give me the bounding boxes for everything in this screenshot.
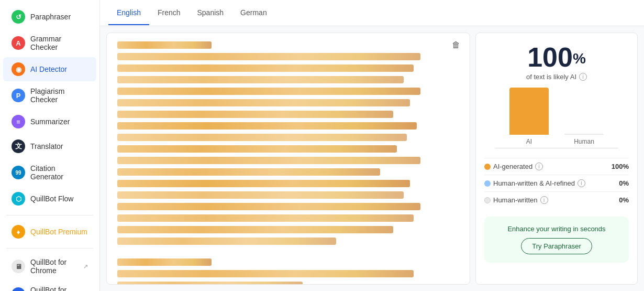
stat-row-human: Human-written i 0% (484, 191, 629, 208)
human-ai-dot (484, 180, 491, 187)
stat-label-ai: AI-generated (493, 163, 532, 170)
sidebar-divider-1 (6, 215, 93, 215)
summarizer-icon: ≡ (12, 115, 25, 128)
sidebar-item-grammar[interactable]: A Grammar Checker (3, 29, 96, 57)
delete-button[interactable]: 🗑 (449, 38, 463, 52)
text-line (117, 180, 410, 187)
text-line (117, 203, 420, 210)
text-line (117, 270, 414, 277)
text-line (117, 282, 303, 284)
tabs-bar: English French Spanish German (100, 0, 644, 26)
stat-row-human-ai: Human-written & AI-refined i 0% (484, 175, 629, 191)
percentage-symbol: % (573, 50, 586, 67)
sidebar-label-word: QuillBot for Word (30, 286, 78, 291)
chrome-icon: 🖥 (12, 260, 25, 273)
text-line (117, 258, 212, 266)
human-bar-label: Human (574, 138, 594, 145)
editor-toolbar: 🗑 (449, 38, 463, 52)
paraphraser-icon: ↺ (12, 10, 25, 24)
ai-bar-column: AI (509, 88, 549, 145)
content-area: 🗑 (100, 26, 644, 291)
human-bar (564, 134, 604, 135)
text-line (117, 134, 407, 141)
premium-icon: ♦ (12, 225, 25, 239)
stat-row-ai: AI-generated i 100% (484, 158, 629, 175)
sidebar: ↺ Paraphraser A Grammar Checker ◉ AI Det… (0, 0, 100, 291)
stat-label-human-ai: Human-written & AI-refined (493, 179, 575, 187)
translator-icon: 文 (12, 139, 25, 153)
chart-baseline (495, 148, 618, 148)
text-line (117, 122, 417, 130)
text-line (117, 238, 336, 245)
text-line (117, 214, 414, 222)
human-bar-column: Human (564, 134, 604, 145)
sidebar-nav: ↺ Paraphraser A Grammar Checker ◉ AI Det… (0, 0, 99, 291)
sidebar-label-citation: Citation Generator (30, 164, 88, 181)
tab-english[interactable]: English (108, 1, 149, 25)
text-line (117, 111, 393, 118)
sidebar-label-flow: QuillBot Flow (30, 195, 73, 203)
text-line (117, 226, 393, 233)
sidebar-item-premium[interactable]: ♦ QuillBot Premium (3, 220, 96, 244)
text-line (117, 157, 420, 164)
results-panel: 100% of text is likely AI i AI Human (475, 33, 638, 285)
grammar-icon: A (12, 36, 25, 50)
flow-icon: ⬡ (12, 192, 25, 206)
sidebar-item-translator[interactable]: 文 Translator (3, 134, 96, 158)
sidebar-item-plagiarism[interactable]: P Plagiarism Checker (3, 82, 96, 109)
tab-spanish[interactable]: Spanish (189, 1, 232, 25)
ai-detector-icon: ◉ (12, 62, 25, 76)
citation-icon: 99 (12, 166, 25, 179)
text-line (117, 76, 404, 83)
text-line (117, 99, 410, 106)
ai-dot (484, 164, 491, 170)
stat-value-human: 0% (619, 196, 629, 204)
external-link-icon: ↗ (83, 263, 88, 270)
sidebar-item-word[interactable]: W QuillBot for Word ↗ (3, 281, 96, 291)
percentage-label: of text is likely AI i (484, 73, 629, 81)
bar-chart: AI Human (484, 85, 629, 148)
tab-german[interactable]: German (232, 1, 275, 25)
sidebar-label-grammar: Grammar Checker (30, 35, 88, 51)
sidebar-label-summarizer: Summarizer (30, 117, 70, 126)
info-icon-main[interactable]: i (579, 73, 587, 81)
percentage-display: 100% of text is likely AI i (484, 44, 629, 81)
text-line (117, 191, 404, 199)
text-line (117, 168, 380, 176)
editor-panel: 🗑 (106, 33, 470, 285)
info-icon-human-ai[interactable]: i (578, 179, 585, 187)
text-gap (117, 249, 454, 258)
stat-value-ai: 100% (612, 163, 629, 170)
ai-bar (509, 88, 549, 135)
sidebar-label-ai-detector: AI Detector (30, 65, 67, 73)
info-icon-ai[interactable]: i (535, 163, 543, 170)
text-line (117, 88, 420, 95)
sidebar-label-translator: Translator (30, 142, 63, 150)
human-dot (484, 197, 491, 203)
tab-french[interactable]: French (149, 1, 189, 25)
info-icon-human[interactable]: i (540, 196, 548, 204)
sidebar-item-ai-detector[interactable]: ◉ AI Detector (3, 57, 96, 81)
enhance-text: Enhance your writing in seconds (493, 225, 620, 233)
sidebar-item-citation[interactable]: 99 Citation Generator (3, 159, 96, 186)
text-line (117, 41, 212, 49)
plagiarism-icon: P (12, 89, 25, 102)
stat-label-human: Human-written (493, 196, 538, 204)
sidebar-item-chrome[interactable]: 🖥 QuillBot for Chrome ↗ (3, 253, 96, 280)
text-line (117, 64, 414, 72)
sidebar-label-premium: QuillBot Premium (30, 228, 87, 236)
sidebar-item-paraphraser[interactable]: ↺ Paraphraser (3, 5, 96, 29)
sidebar-divider-2 (6, 248, 93, 249)
sidebar-label-plagiarism: Plagiarism Checker (30, 87, 88, 104)
ai-bar-label: AI (526, 138, 532, 145)
stats-section: AI-generated i 100% Human-written & AI-r… (484, 158, 629, 208)
text-line (117, 53, 420, 60)
word-icon: W (12, 287, 25, 291)
sidebar-label-paraphraser: Paraphraser (30, 13, 71, 21)
sidebar-item-summarizer[interactable]: ≡ Summarizer (3, 110, 96, 134)
text-content[interactable] (107, 33, 470, 284)
text-line (117, 145, 397, 153)
enhance-box: Enhance your writing in seconds Try Para… (484, 217, 629, 263)
try-paraphraser-button[interactable]: Try Paraphraser (521, 238, 592, 254)
sidebar-item-flow[interactable]: ⬡ QuillBot Flow (3, 187, 96, 211)
